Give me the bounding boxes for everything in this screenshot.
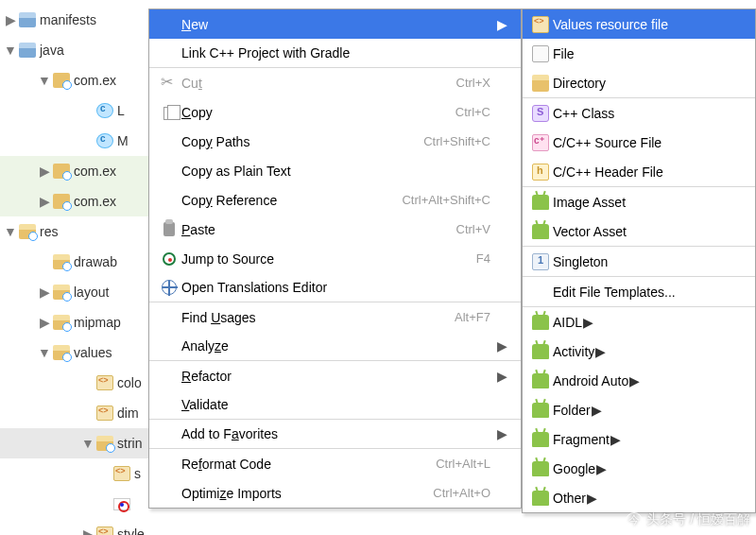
menu-item[interactable]: Refactor▶ [149, 361, 521, 390]
tree-item-label: drawab [74, 254, 117, 269]
menu-item[interactable]: Validate [149, 390, 521, 420]
expand-arrow-icon[interactable]: ▶ [98, 466, 112, 481]
submenu-arrow-icon: ▶ [610, 432, 621, 447]
submenu-item-label: Vector Asset [553, 224, 627, 239]
tree-item-label: manifests [40, 12, 96, 27]
expand-arrow-icon[interactable]: ▶ [81, 406, 94, 421]
submenu-item[interactable]: Google▶ [523, 454, 755, 483]
expand-arrow-icon[interactable]: ▼ [4, 224, 17, 239]
expand-arrow-icon[interactable]: ▶ [38, 194, 51, 209]
expand-arrow-icon[interactable]: ▼ [81, 436, 94, 451]
menu-shortcut: Ctrl+Alt+L [368, 457, 490, 471]
submenu-item[interactable]: C/C++ Header File [523, 157, 755, 186]
submenu-item[interactable]: Android Auto▶ [523, 366, 755, 395]
submenu-item[interactable]: Vector Asset [523, 216, 755, 246]
cpp-icon [532, 134, 549, 151]
menu-item-label: Cut [181, 76, 368, 91]
menu-item[interactable]: Find UsagesAlt+F7 [149, 302, 521, 332]
tree-item-label: M [117, 133, 129, 148]
submenu-item[interactable]: Image Asset [523, 187, 755, 216]
menu-item[interactable]: Reformat CodeCtrl+Alt+L [149, 449, 521, 478]
expand-arrow-icon[interactable]: ▶ [38, 315, 51, 330]
folder-icon [53, 345, 70, 360]
folder-icon [19, 43, 36, 58]
xml-icon [96, 375, 113, 390]
expand-arrow-icon[interactable]: ▶ [38, 254, 51, 269]
xml-icon [96, 406, 113, 421]
submenu-item[interactable]: Edit File Templates... [523, 277, 755, 306]
menu-shortcut: Ctrl+X [368, 76, 490, 90]
menu-item[interactable]: Analyze▶ [149, 332, 521, 361]
android-icon [532, 403, 549, 418]
submenu-item[interactable]: Singleton [523, 247, 755, 276]
menu-item[interactable]: Jump to SourceF4 [149, 244, 521, 273]
context-menu[interactable]: New▶Link C++ Project with GradleCutCtrl+… [148, 9, 522, 509]
expand-arrow-icon[interactable]: ▶ [81, 133, 94, 148]
submenu-item-label: Directory [553, 76, 606, 91]
xml-icon [96, 526, 113, 535]
menu-item[interactable]: CopyCtrl+C [149, 97, 521, 127]
expand-arrow-icon[interactable]: ▶ [38, 164, 51, 179]
tree-item-label: layout [74, 285, 109, 300]
submenu-item-label: AIDL [553, 315, 582, 330]
menu-shortcut: Ctrl+Alt+O [368, 486, 490, 500]
file-icon [532, 45, 549, 62]
android-icon [532, 432, 549, 447]
folder-icon [53, 285, 70, 300]
submenu-arrow-icon: ▶ [582, 315, 593, 330]
submenu-item-label: File [553, 46, 575, 61]
submenu-item[interactable]: C/C++ Source File [523, 128, 755, 157]
submenu-item-label: Singleton [553, 254, 608, 269]
submenu-arrow-icon: ▶ [490, 338, 507, 354]
tree-row[interactable]: ▶style [0, 519, 189, 535]
submenu-item[interactable]: AIDL▶ [523, 307, 755, 337]
submenu-item-label: Fragment [553, 432, 610, 447]
expand-arrow-icon[interactable]: ▼ [4, 43, 17, 58]
menu-item[interactable]: PasteCtrl+V [149, 215, 521, 244]
menu-item[interactable]: New▶ [149, 9, 521, 39]
menu-item[interactable]: Link C++ Project with Gradle [149, 39, 521, 68]
submenu-item[interactable]: Activity▶ [523, 337, 755, 366]
submenu-arrow-icon: ▶ [490, 17, 507, 32]
cls-icon [96, 103, 113, 118]
menu-item[interactable]: Add to Favorites▶ [149, 420, 521, 449]
submenu-arrow-icon: ▶ [490, 369, 507, 384]
submenu-item[interactable]: Folder▶ [523, 395, 755, 424]
target-icon [163, 252, 176, 266]
menu-shortcut: Ctrl+Alt+Shift+C [368, 193, 490, 207]
expand-arrow-icon[interactable]: ▶ [4, 12, 17, 27]
submenu-item-label: C/C++ Source File [553, 135, 662, 150]
submenu-item[interactable]: C++ Class [523, 98, 755, 128]
expand-arrow-icon[interactable]: ▼ [38, 73, 51, 88]
submenu-item-label: Image Asset [553, 195, 626, 210]
expand-arrow-icon[interactable]: ▶ [38, 285, 51, 300]
new-submenu[interactable]: Values resource fileFileDirectoryC++ Cla… [522, 9, 756, 513]
values-icon [532, 16, 549, 33]
android-icon [532, 195, 549, 210]
submenu-item[interactable]: Other▶ [523, 483, 755, 512]
submenu-arrow-icon: ▶ [628, 373, 640, 388]
menu-shortcut: F4 [368, 251, 490, 266]
expand-arrow-icon[interactable]: ▼ [38, 345, 51, 360]
menu-item[interactable]: Copy ReferenceCtrl+Alt+Shift+C [149, 185, 521, 215]
submenu-item[interactable]: Values resource file [523, 9, 755, 39]
submenu-item[interactable]: File [523, 39, 755, 68]
menu-item[interactable]: Open Translations Editor [149, 273, 521, 302]
expand-arrow-icon[interactable]: ▶ [81, 103, 94, 118]
tree-item-label: colo [117, 375, 142, 390]
menu-item[interactable]: Optimize ImportsCtrl+Alt+O [149, 478, 521, 508]
submenu-item[interactable]: Fragment▶ [523, 424, 755, 454]
tree-item-label: dim [117, 406, 139, 421]
menu-shortcut: Ctrl+V [368, 222, 490, 236]
copy-icon [163, 107, 175, 120]
menu-item[interactable]: Copy as Plain Text [149, 156, 521, 185]
menu-item[interactable]: Copy PathsCtrl+Shift+C [149, 127, 521, 156]
submenu-item[interactable]: Directory [523, 68, 755, 97]
tree-item-label: java [40, 43, 64, 58]
expand-arrow-icon[interactable]: ▶ [81, 375, 94, 390]
submenu-arrow-icon: ▶ [586, 491, 597, 506]
android-icon [532, 373, 549, 388]
expand-arrow-icon[interactable]: ▶ [81, 526, 94, 535]
submenu-item-label: Android Auto [553, 373, 628, 388]
expand-arrow-icon[interactable]: ▶ [98, 496, 112, 511]
